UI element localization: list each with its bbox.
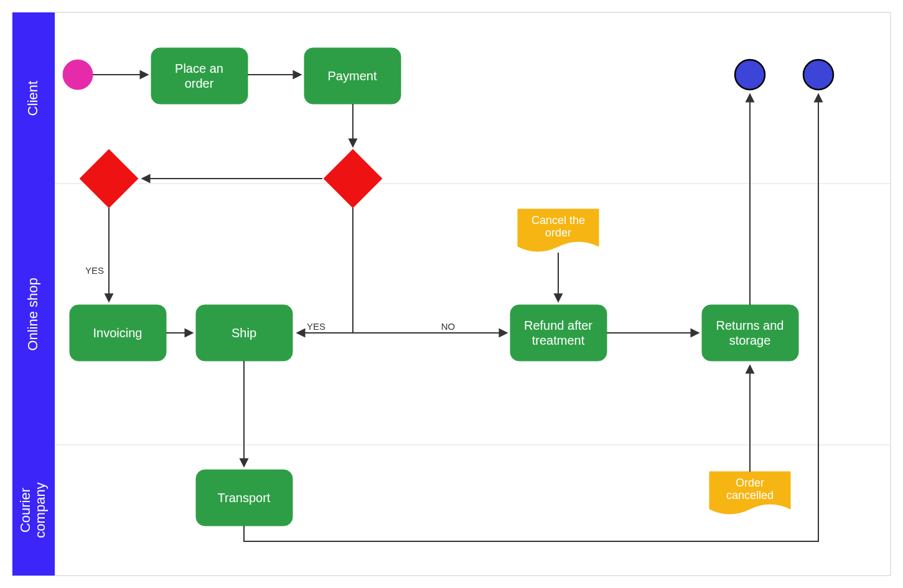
task-invoicing-label: Invoicing [93,326,143,340]
task-transport-label: Transport [218,491,271,505]
task-payment[interactable]: Payment [304,48,401,104]
lane-label-shop: Online shop [25,278,40,350]
svg-rect-4 [324,149,381,207]
svg-rect-10 [510,305,607,361]
task-ship[interactable]: Ship [196,305,292,361]
svg-text:Refund after: Refund after [524,319,592,332]
svg-text:Place an: Place an [175,62,223,75]
task-ship-label: Ship [232,326,256,340]
edge-label-yes1: YES [85,265,104,276]
svg-text:order: order [545,226,571,239]
svg-text:order: order [185,77,214,90]
start-event[interactable] [63,60,93,90]
end-event-2[interactable] [803,60,833,90]
gateway-2[interactable] [80,149,138,207]
lane-label-courier-2: company [32,482,48,538]
svg-text:Order: Order [736,477,764,489]
edge-label-no: NO [441,321,456,332]
task-payment-label: Payment [328,69,377,83]
task-invoicing[interactable]: Invoicing [70,305,166,361]
svg-text:Returns and: Returns and [716,319,784,332]
lane-label-courier-group: Courier company [17,482,48,538]
svg-rect-13 [702,305,798,361]
svg-text:treatment: treatment [532,334,585,347]
doc-cancel[interactable]: Cancel the order Cancel the order [518,209,599,251]
task-transport[interactable]: Transport [196,470,292,526]
svg-text:storage: storage [729,334,771,347]
lane-label-client: Client [25,81,40,116]
edge-label-yes2: YES [307,321,325,332]
swimlane-diagram: Client Online shop Courier company Place… [0,0,903,588]
gateway-1[interactable] [324,149,381,207]
svg-rect-5 [80,149,138,207]
end-event-1[interactable] [735,60,765,90]
task-place-order[interactable]: Place an Place an order order [151,48,248,104]
doc-cancelled[interactable]: Order cancelled Order cancelled [709,472,790,514]
svg-rect-0 [151,48,248,104]
lane-label-courier-1: Courier [17,488,33,533]
task-returns[interactable]: Returns and storage Returns and storage [702,305,798,361]
svg-text:Cancel the: Cancel the [531,214,585,226]
task-refund[interactable]: Refund after treatment Refund after trea… [510,305,607,361]
svg-text:cancelled: cancelled [726,489,774,502]
edge-g1-ship [297,208,353,333]
